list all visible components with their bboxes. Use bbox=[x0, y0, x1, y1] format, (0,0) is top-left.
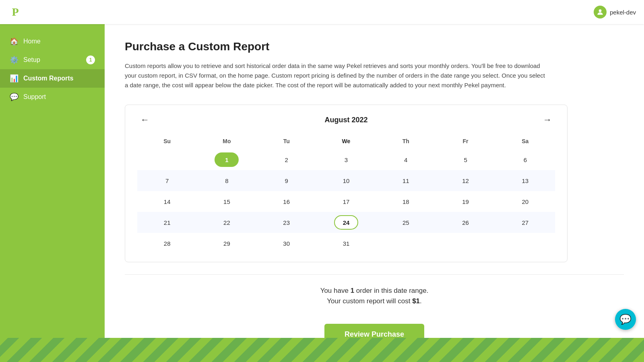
table-row[interactable]: 16 bbox=[257, 191, 316, 212]
table-row[interactable]: 15 bbox=[197, 191, 256, 212]
chat-icon: 💬 bbox=[619, 314, 632, 325]
table-row[interactable]: 26 bbox=[436, 212, 495, 233]
col-header-su: Su bbox=[137, 135, 197, 149]
sidebar-label-setup: Setup bbox=[23, 56, 40, 64]
table-row[interactable]: 19 bbox=[436, 191, 495, 212]
calendar-day[interactable]: 3 bbox=[339, 152, 353, 167]
username: pekel-dev bbox=[610, 9, 636, 16]
calendar-day[interactable]: 2 bbox=[279, 152, 294, 167]
table-row[interactable]: 5 bbox=[436, 149, 495, 170]
calendar-day[interactable]: 17 bbox=[339, 194, 353, 209]
sidebar-item-support[interactable]: 💬 Support bbox=[0, 88, 105, 106]
table-row bbox=[436, 233, 495, 254]
calendar-day[interactable]: 15 bbox=[219, 194, 234, 209]
table-row[interactable]: 22 bbox=[197, 212, 256, 233]
sidebar: 🏠 Home ⚙️ Setup 1 📊 Custom Reports 💬 Sup… bbox=[0, 24, 105, 338]
table-row[interactable]: 30 bbox=[257, 233, 316, 254]
table-row[interactable]: 20 bbox=[495, 191, 555, 212]
calendar-day[interactable]: 25 bbox=[398, 215, 413, 230]
review-button-container: Review Purchase bbox=[125, 324, 624, 338]
logo-text: P bbox=[12, 6, 19, 19]
setup-icon: ⚙️ bbox=[10, 56, 19, 64]
table-row[interactable]: 27 bbox=[495, 212, 555, 233]
col-header-fr: Fr bbox=[436, 135, 495, 149]
table-row[interactable]: 1 bbox=[197, 149, 256, 170]
table-row[interactable]: 8 bbox=[197, 170, 256, 191]
calendar-day[interactable]: 6 bbox=[518, 152, 533, 167]
calendar-day[interactable]: 10 bbox=[339, 173, 353, 188]
sidebar-item-custom-reports[interactable]: 📊 Custom Reports bbox=[0, 69, 105, 88]
calendar-day[interactable]: 27 bbox=[518, 215, 533, 230]
table-row[interactable]: 2 bbox=[257, 149, 316, 170]
table-row[interactable]: 24 bbox=[316, 212, 376, 233]
table-row[interactable]: 14 bbox=[137, 191, 197, 212]
calendar-day[interactable]: 22 bbox=[219, 215, 234, 230]
table-row[interactable]: 17 bbox=[316, 191, 376, 212]
table-row[interactable]: 4 bbox=[376, 149, 436, 170]
calendar-day[interactable]: 29 bbox=[219, 236, 234, 251]
order-count: 1 bbox=[351, 287, 354, 294]
table-row[interactable]: 6 bbox=[495, 149, 555, 170]
calendar-day[interactable]: 8 bbox=[219, 173, 234, 188]
calendar-day[interactable]: 23 bbox=[279, 215, 294, 230]
avatar bbox=[594, 6, 607, 19]
calendar-day[interactable]: 7 bbox=[160, 173, 174, 188]
table-row[interactable]: 23 bbox=[257, 212, 316, 233]
svg-point-0 bbox=[599, 9, 602, 12]
table-row[interactable]: 11 bbox=[376, 170, 436, 191]
chat-button[interactable]: 💬 bbox=[615, 309, 636, 330]
calendar-day[interactable]: 26 bbox=[458, 215, 473, 230]
setup-badge: 1 bbox=[86, 56, 95, 64]
cost-summary: You have 1 order in this date range. You… bbox=[125, 279, 624, 312]
table-row[interactable]: 7 bbox=[137, 170, 197, 191]
calendar-day[interactable]: 21 bbox=[160, 215, 174, 230]
table-row[interactable]: 18 bbox=[376, 191, 436, 212]
calendar-day[interactable]: 13 bbox=[518, 173, 533, 188]
table-row[interactable]: 10 bbox=[316, 170, 376, 191]
sidebar-item-setup[interactable]: ⚙️ Setup 1 bbox=[0, 51, 105, 69]
calendar-day[interactable]: 20 bbox=[518, 194, 533, 209]
table-row[interactable]: 13 bbox=[495, 170, 555, 191]
table-row[interactable]: 12 bbox=[436, 170, 495, 191]
main-layout: 🏠 Home ⚙️ Setup 1 📊 Custom Reports 💬 Sup… bbox=[0, 24, 644, 338]
table-row bbox=[137, 149, 197, 170]
calendar-header: ← August 2022 → bbox=[137, 113, 555, 127]
table-row[interactable]: 25 bbox=[376, 212, 436, 233]
calendar-day[interactable]: 9 bbox=[279, 173, 294, 188]
calendar-day[interactable]: 16 bbox=[279, 194, 294, 209]
calendar: ← August 2022 → Su Mo Tu We Th Fr Sa bbox=[125, 105, 568, 262]
header: P pekel-dev bbox=[0, 0, 644, 24]
table-row[interactable]: 21 bbox=[137, 212, 197, 233]
calendar-day-selected-end[interactable]: 24 bbox=[334, 215, 359, 230]
table-row[interactable]: 31 bbox=[316, 233, 376, 254]
prev-month-button[interactable]: ← bbox=[137, 113, 153, 127]
calendar-day[interactable]: 11 bbox=[398, 173, 413, 188]
calendar-day[interactable]: 14 bbox=[160, 194, 174, 209]
cost-prefix-2: Your custom report will cost bbox=[327, 297, 412, 305]
next-month-button[interactable]: → bbox=[540, 113, 555, 127]
cost-suffix-1: order in this date range. bbox=[354, 287, 428, 294]
calendar-grid: Su Mo Tu We Th Fr Sa 1234567891011121314… bbox=[137, 135, 555, 254]
table-row[interactable]: 29 bbox=[197, 233, 256, 254]
review-purchase-button[interactable]: Review Purchase bbox=[324, 324, 424, 338]
cost-suffix-2: . bbox=[420, 297, 422, 305]
col-header-tu: Tu bbox=[257, 135, 316, 149]
table-row[interactable]: 3 bbox=[316, 149, 376, 170]
calendar-day[interactable]: 30 bbox=[279, 236, 294, 251]
sidebar-item-home[interactable]: 🏠 Home bbox=[0, 32, 105, 51]
user-info[interactable]: pekel-dev bbox=[594, 6, 636, 19]
page-description: Custom reports allow you to retrieve and… bbox=[125, 61, 547, 90]
calendar-day[interactable]: 5 bbox=[458, 152, 473, 167]
table-row[interactable]: 9 bbox=[257, 170, 316, 191]
calendar-day[interactable]: 4 bbox=[398, 152, 413, 167]
calendar-day[interactable]: 28 bbox=[160, 236, 174, 251]
table-row[interactable]: 28 bbox=[137, 233, 197, 254]
separator bbox=[125, 274, 624, 275]
calendar-day[interactable]: 18 bbox=[398, 194, 413, 209]
calendar-day[interactable]: 19 bbox=[458, 194, 473, 209]
calendar-day[interactable]: 31 bbox=[339, 236, 353, 251]
calendar-day[interactable]: 12 bbox=[458, 173, 473, 188]
cost-price: $1 bbox=[412, 297, 420, 305]
calendar-day-selected-start[interactable]: 1 bbox=[215, 152, 239, 167]
col-header-th: Th bbox=[376, 135, 436, 149]
